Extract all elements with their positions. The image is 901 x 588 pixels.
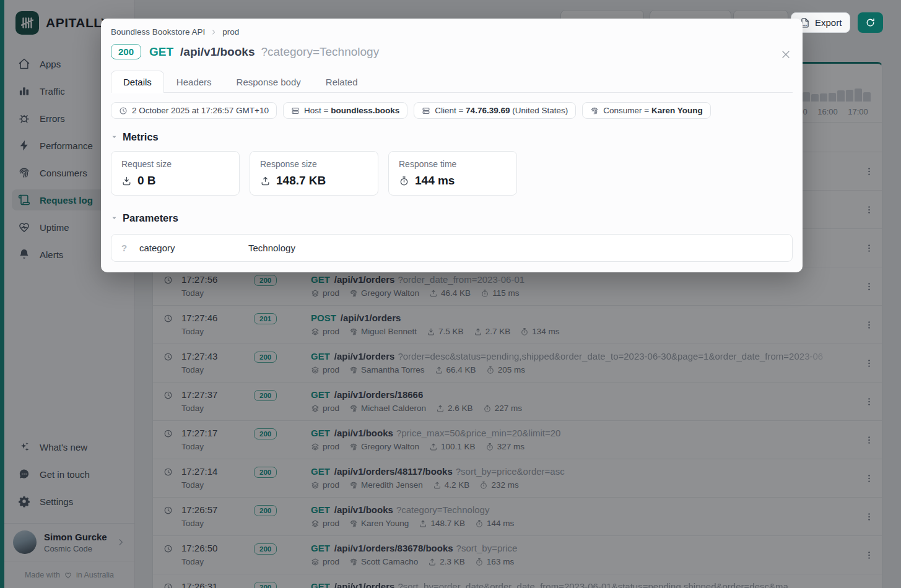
metric-cards: Request size 0 B Response size 148.7 KB … [111, 151, 793, 196]
parameter-value: Technology [248, 243, 295, 253]
meta-chip: 2 October 2025 at 17:26:57 GMT+10 [111, 102, 277, 119]
chip-text: 2 October 2025 at 17:26:57 GMT+10 [132, 106, 269, 115]
metric-label: Response size [260, 159, 368, 169]
parameters-table: ? category Technology [111, 234, 793, 262]
chip-text: Client = 74.76.39.69 (United States) [435, 106, 568, 115]
tab-details[interactable]: Details [111, 71, 164, 93]
server-icon [422, 106, 430, 115]
request-title: 200 GET /api/v1/books ?category=Technolo… [111, 44, 793, 59]
meta-chip: Consumer = Karen Young [582, 102, 710, 119]
meta-chip: Client = 74.76.39.69 (United States) [414, 102, 576, 119]
modal-tabs: DetailsHeadersResponse bodyRelated [111, 71, 793, 93]
metric-card-response-time: Response time 144 ms [388, 151, 517, 196]
status-badge: 200 [111, 44, 141, 59]
metric-value: 144 ms [415, 174, 455, 188]
collapse-triangle-icon [111, 215, 118, 222]
query-param-icon: ? [121, 243, 134, 253]
chip-text: Host = boundless.books [304, 106, 399, 115]
collapse-triangle-icon [111, 134, 118, 141]
parameters-section-header[interactable]: Parameters [111, 212, 793, 224]
request-meta-chips: 2 October 2025 at 17:26:57 GMT+10 Host =… [111, 102, 793, 119]
parameter-row: ? category Technology [111, 235, 792, 261]
metric-value: 148.7 KB [276, 174, 326, 188]
tab-related[interactable]: Related [313, 71, 370, 93]
parameters-title: Parameters [123, 212, 178, 224]
tab-response-body[interactable]: Response body [224, 71, 313, 93]
tab-headers[interactable]: Headers [164, 71, 224, 93]
chevron-right-icon [210, 28, 217, 36]
chip-text: Consumer = Karen Young [603, 106, 702, 115]
metrics-title: Metrics [123, 131, 159, 143]
breadcrumb-app[interactable]: Boundless Bookstore API [111, 27, 205, 37]
request-query: ?category=Technology [261, 45, 379, 59]
refresh-icon [865, 17, 876, 28]
metric-value: 0 B [137, 174, 156, 188]
stopwatch-icon [399, 176, 409, 186]
metrics-section-header[interactable]: Metrics [111, 131, 793, 143]
meta-chip: Host = boundless.books [283, 102, 407, 119]
metric-label: Request size [121, 159, 229, 169]
fingerprint-icon [590, 106, 599, 115]
close-icon[interactable] [780, 48, 792, 61]
metric-label: Response time [399, 159, 507, 169]
clock-icon [119, 106, 128, 115]
request-method: GET [149, 45, 173, 59]
breadcrumb: Boundless Bookstore API prod [111, 27, 793, 37]
upload-icon [260, 176, 271, 186]
metric-card-request-size: Request size 0 B [111, 151, 240, 196]
parameter-key: category [139, 243, 248, 253]
download-icon [121, 176, 132, 186]
breadcrumb-env[interactable]: prod [222, 27, 239, 37]
server-icon [291, 106, 300, 115]
refresh-button[interactable] [858, 12, 883, 33]
metric-card-response-size: Response size 148.7 KB [250, 151, 378, 196]
svg-text:csv: csv [803, 24, 807, 27]
request-path: /api/v1/books [180, 45, 255, 59]
request-detail-modal: Boundless Bookstore API prod 200 GET /ap… [101, 19, 803, 272]
export-label: Export [815, 17, 842, 28]
